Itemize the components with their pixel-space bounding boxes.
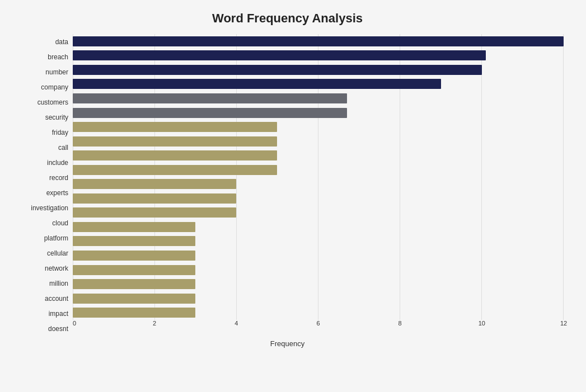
bar bbox=[73, 222, 195, 232]
y-label: customers bbox=[37, 96, 68, 108]
bar-row bbox=[73, 249, 564, 262]
bar bbox=[73, 165, 277, 175]
bar-row bbox=[73, 78, 564, 90]
bar-row bbox=[73, 206, 564, 219]
y-label: cloud bbox=[52, 217, 68, 229]
bar-row bbox=[73, 192, 564, 205]
y-label: network bbox=[45, 262, 68, 275]
y-axis: databreachnumbercompanycustomerssecurity… bbox=[11, 34, 73, 337]
y-label: breach bbox=[48, 51, 68, 63]
bar bbox=[73, 236, 195, 246]
bar bbox=[73, 65, 482, 75]
y-label: number bbox=[45, 66, 68, 78]
bar-row bbox=[73, 92, 564, 105]
bar bbox=[73, 136, 277, 147]
bar bbox=[73, 265, 195, 275]
bar bbox=[73, 36, 564, 46]
y-label: data bbox=[55, 36, 68, 48]
y-label: doesnt bbox=[48, 323, 68, 335]
bar bbox=[73, 122, 277, 132]
bar bbox=[73, 294, 195, 304]
y-label: impact bbox=[49, 308, 68, 320]
bar bbox=[73, 150, 277, 160]
y-label: record bbox=[49, 172, 68, 184]
bar bbox=[73, 93, 347, 103]
bar bbox=[73, 193, 236, 204]
y-label: platform bbox=[44, 232, 68, 244]
chart-title: Word Frequency Analysis bbox=[11, 11, 564, 26]
bars-and-grid: 024681012 bbox=[73, 34, 564, 337]
bar bbox=[73, 279, 195, 289]
bar-row bbox=[73, 64, 564, 76]
bar bbox=[73, 50, 486, 60]
bar-row bbox=[73, 135, 564, 148]
bar-row bbox=[73, 278, 564, 290]
bar bbox=[73, 108, 347, 118]
bar-row bbox=[73, 264, 564, 276]
chart-area: databreachnumbercompanycustomerssecurity… bbox=[11, 34, 564, 337]
bar-row bbox=[73, 164, 564, 176]
bar-row bbox=[73, 121, 564, 133]
bar bbox=[73, 308, 195, 318]
bar-row bbox=[73, 49, 564, 62]
y-label: friday bbox=[52, 126, 68, 139]
y-label: account bbox=[45, 292, 68, 305]
bar-row bbox=[73, 35, 564, 48]
bar-row bbox=[73, 149, 564, 162]
bar bbox=[73, 251, 195, 261]
y-label: investigation bbox=[31, 202, 68, 214]
y-label: include bbox=[47, 157, 68, 169]
y-label: call bbox=[58, 141, 68, 154]
chart-container: Word Frequency Analysis databreachnumber… bbox=[0, 0, 586, 392]
y-label: cellular bbox=[47, 247, 68, 259]
y-label: experts bbox=[46, 187, 68, 199]
bar bbox=[73, 207, 236, 218]
bars-container bbox=[73, 34, 564, 337]
bar-row bbox=[73, 107, 564, 119]
bar bbox=[73, 79, 441, 89]
y-label: company bbox=[41, 81, 68, 93]
y-label: security bbox=[45, 111, 68, 124]
bar-row bbox=[73, 221, 564, 233]
bar-row bbox=[73, 178, 564, 190]
x-axis-title: Frequency bbox=[11, 339, 564, 348]
y-label: million bbox=[49, 277, 68, 290]
bar-row bbox=[73, 235, 564, 247]
bar-row bbox=[73, 292, 564, 305]
bar-row bbox=[73, 306, 564, 319]
bar bbox=[73, 179, 236, 189]
